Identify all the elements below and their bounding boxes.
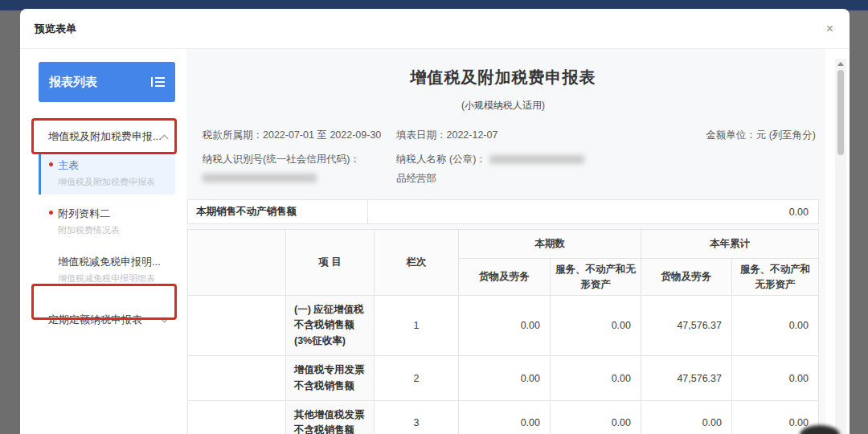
real-estate-sales-label: 本期销售不动产销售额: [188, 200, 368, 224]
taxpayer-name-redacted: [489, 155, 584, 164]
sidebar-item-vat-reduction[interactable]: 增值税减免税申报明... 增值税减免税申报明细表: [39, 249, 175, 291]
table-row: (一) 应征增值税不含税销售额 (3%征收率) 1 0.00 0.00 47,5…: [188, 296, 819, 356]
category-cell: [188, 296, 286, 356]
required-dot-icon: [49, 162, 53, 166]
chevron-down-icon: [161, 315, 169, 323]
sidebar-item-subtitle: 增值税减免税申报明细表: [58, 272, 170, 285]
form-preview-panel: 增值税及附加税费申报表 (小规模纳税人适用) 税款所属期：2022-07-01 …: [186, 49, 825, 434]
sidebar-group-label: 定期定额纳税申报表: [48, 313, 142, 327]
value-cell: 0.00: [732, 356, 819, 401]
value-cell: 47,576.37: [641, 356, 732, 401]
tax-period: 税款所属期：2022-07-01 至 2022-09-30: [203, 129, 396, 142]
report-list-icon: [151, 76, 165, 88]
taxpayer-id-label: 纳税人识别号(统一社会信用代码)：: [203, 154, 360, 165]
header-goods-current: 货物及劳务: [459, 259, 551, 296]
value-cell: 0.00: [641, 400, 732, 434]
row-label: (一) 应征增值税不含税销售额 (3%征收率): [286, 296, 375, 356]
scrollbar-thumb[interactable]: [837, 70, 844, 155]
sidebar-group-vat-declaration[interactable]: 增值税及附加税费申报...: [39, 121, 175, 153]
modal-header: 预览表单 ×: [20, 9, 850, 49]
screen-backdrop: 预览表单 × 报表列表 增值税及附加: [0, 0, 868, 434]
table-row: 其他增值税发票不含税销售额 3 0.00 0.00 0.00 0.00: [188, 400, 819, 434]
taxpayer-id-block: 纳税人识别号(统一社会信用代码)：: [203, 153, 396, 186]
value-cell: 0.00: [459, 296, 551, 356]
real-estate-sales-value: 0.00: [368, 200, 819, 224]
header-goods-year: 货物及劳务: [641, 259, 732, 296]
category-cell: [188, 400, 286, 434]
report-list-label: 报表列表: [49, 75, 97, 90]
header-item: 项 目: [286, 230, 375, 296]
modal-title: 预览表单: [35, 22, 76, 36]
scroll-up-arrow-icon[interactable]: [837, 62, 844, 66]
header-services-current: 服务、不动产和无形资产: [551, 259, 641, 296]
category-cell: [188, 356, 286, 401]
fill-date: 填表日期：2022-12-07: [396, 129, 706, 142]
value-cell: 47,576.37: [641, 296, 732, 356]
row-label: 其他增值税发票不含税销售额: [286, 400, 375, 434]
header-services-year: 服务、不动产和无形资产: [732, 259, 819, 296]
taxpayer-name-label: 纳税人名称 (公章)：: [396, 154, 486, 165]
form-subtitle: (小规模纳税人适用): [187, 99, 819, 113]
value-cell: 0.00: [459, 356, 551, 401]
taxpayer-name-block: 纳税人名称 (公章)： 品经营部: [396, 153, 816, 186]
sidebar-item-title: 附列资料二: [58, 207, 170, 221]
header-column-no: 栏次: [375, 230, 459, 296]
sidebar-item-subtitle: 增值税及附加税费申报表: [58, 176, 170, 188]
row-no: 1: [375, 296, 459, 356]
row-no: 2: [375, 356, 459, 401]
value-cell: 0.00: [551, 400, 641, 434]
sidebar-group-label: 增值税及附加税费申报...: [48, 129, 162, 144]
taxpayer-id-redacted: [203, 174, 317, 182]
form-title: 增值税及附加税费申报表: [187, 67, 819, 88]
sidebar-item-title: 主表: [58, 158, 170, 173]
row-no: 3: [375, 400, 459, 434]
header-category-blank: [188, 230, 286, 296]
amount-unit: 金额单位：元 (列至角分): [706, 129, 816, 142]
sidebar-group-fixed-quota[interactable]: 定期定额纳税申报表: [39, 304, 175, 336]
real-estate-sales-row: 本期销售不动产销售额 0.00: [187, 199, 819, 224]
form-meta: 税款所属期：2022-07-01 至 2022-09-30 填表日期：2022-…: [203, 129, 816, 186]
preview-form-modal: 预览表单 × 报表列表 增值税及附加: [20, 9, 850, 434]
row-label: 增值税专用发票不含税销售额: [286, 356, 375, 401]
vat-declaration-table: 项 目 栏次 本期数 本年累计 货物及劳务 服务、不动产和无形资产 货物及劳务 …: [187, 229, 819, 434]
header-current-period: 本期数: [459, 230, 641, 259]
value-cell: 0.00: [732, 296, 819, 356]
value-cell: 0.00: [551, 296, 641, 356]
sidebar-item-subtitle: 附加税费情况表: [58, 224, 170, 236]
close-icon[interactable]: ×: [826, 23, 833, 35]
modal-body: 报表列表 增值税及附加税费申报...: [20, 49, 850, 434]
chevron-up-icon: [161, 134, 169, 142]
vertical-scrollbar[interactable]: [835, 59, 846, 434]
required-dot-icon: [49, 211, 53, 215]
sidebar-item-appendix-two[interactable]: 附列资料二 附加税费情况表: [39, 201, 175, 243]
header-year-total: 本年累计: [641, 230, 819, 259]
sidebar-item-title: 增值税减免税申报明...: [58, 255, 170, 269]
report-list-sidebar: 报表列表 增值税及附加税费申报...: [20, 49, 175, 434]
taxpayer-name-line2: 品经营部: [396, 172, 816, 186]
value-cell: 0.00: [551, 356, 641, 401]
report-list-header[interactable]: 报表列表: [39, 62, 175, 102]
table-row: 增值税专用发票不含税销售额 2 0.00 0.00 47,576.37 0.00: [188, 356, 819, 401]
sidebar-item-main-table[interactable]: 主表 增值税及附加税费申报表: [39, 153, 175, 194]
value-cell: 0.00: [459, 400, 551, 434]
